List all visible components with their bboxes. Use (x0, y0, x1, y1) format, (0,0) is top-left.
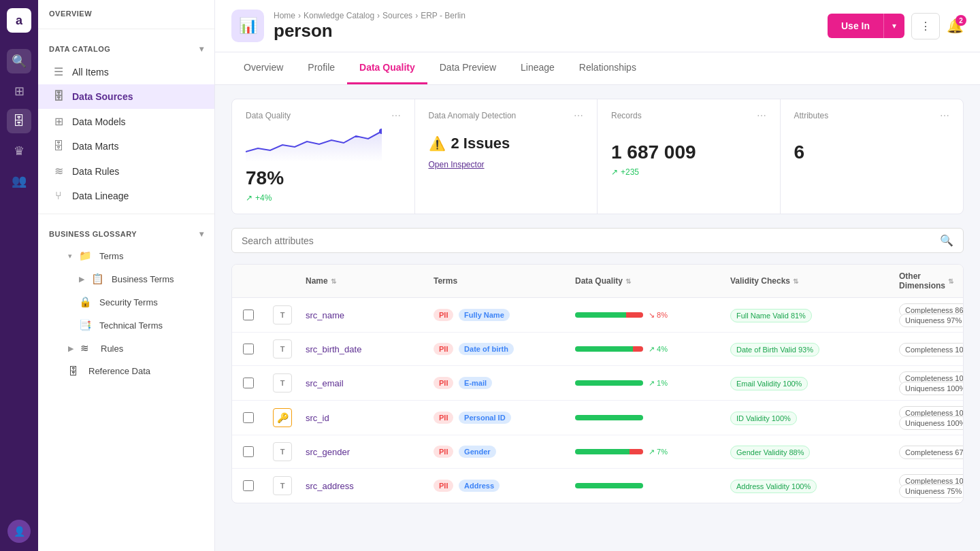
pii-tag-src-email: PII (434, 377, 453, 389)
header-name-col[interactable]: Name ⇅ (306, 276, 428, 286)
table-header: Name ⇅ Terms Data Quality ⇅ Validity Che… (232, 265, 963, 298)
sidebar-item-data-marts[interactable]: 🗄 Data Marts (38, 134, 214, 158)
type-icon-src-address: T (273, 476, 292, 495)
metric-more-dq[interactable]: ⋯ (391, 110, 401, 121)
field-name-src-name[interactable]: src_name (306, 310, 428, 320)
data-catalog-label: DATA CATALOG (49, 45, 110, 53)
metric-card-records: Records ⋯ 1 687 009 ↗ +235 (598, 99, 781, 214)
field-name-src-email[interactable]: src_email (306, 378, 428, 388)
notifications-button[interactable]: 🔔 2 (947, 18, 964, 34)
row-checkbox-src-name[interactable] (243, 310, 254, 320)
sidebar-item-technical-terms[interactable]: 📑 Technical Terms (38, 314, 214, 337)
field-name-src-birth-date[interactable]: src_birth_date (306, 344, 428, 354)
nav-users-icon[interactable]: 👥 (7, 169, 31, 193)
breadcrumb-erp-berlin[interactable]: ERP - Berlin (421, 11, 466, 20)
security-terms-icon: 🔒 (79, 296, 93, 308)
sidebar-item-data-models[interactable]: ⊞ Data Models (38, 109, 214, 134)
metric-card-attributes: Attributes ⋯ 6 (781, 99, 964, 214)
sidebar-item-reference-data[interactable]: 🗄 Reference Data (38, 360, 214, 382)
header-quality-col[interactable]: Data Quality ⇅ (575, 276, 725, 286)
metric-title-attrs: Attributes (794, 111, 829, 120)
tab-data-quality[interactable]: Data Quality (347, 52, 427, 84)
dim-uniqueness-src-name: Uniqueness 97% (899, 314, 964, 327)
icon-bar: a 🔍 ⊞ 🗄 ♛ 👥 👤 (0, 0, 38, 551)
nav-crown-icon[interactable]: ♛ (7, 139, 31, 163)
terms-expand-icon[interactable]: ▾ (68, 252, 72, 261)
dim-uniqueness-src-address: Uniqueness 75% (899, 484, 964, 498)
business-terms-expand-icon[interactable]: ▶ (79, 275, 84, 284)
use-in-button[interactable]: Use In (828, 14, 883, 38)
field-name-src-address[interactable]: src_address (306, 481, 428, 491)
sidebar-item-terms[interactable]: ▾ 📁 Terms (38, 244, 214, 267)
sidebar-item-security-terms[interactable]: 🔒 Security Terms (38, 290, 214, 314)
metric-more-records[interactable]: ⋯ (757, 110, 766, 121)
business-glossary-chevron-icon[interactable]: ▾ (199, 229, 204, 239)
sidebar-data-catalog-header[interactable]: DATA CATALOG ▾ (38, 35, 214, 59)
dims-col-src-id: Completeness 100% Uniqueness 100% (899, 407, 964, 428)
tab-profile[interactable]: Profile (295, 52, 347, 84)
nav-overview-icon[interactable]: ⊞ (7, 79, 31, 103)
anomaly-count: 2 Issues (451, 135, 510, 152)
field-name-src-gender[interactable]: src_gender (306, 447, 428, 457)
metric-card-anomaly: Data Anomaly Detection ⋯ ⚠️ 2 Issues Ope… (415, 99, 598, 214)
search-input[interactable] (242, 235, 933, 246)
validity-sort-icon: ⇅ (793, 278, 798, 285)
validity-tag-src-email: Email Validity 100% (730, 377, 808, 390)
tab-data-preview[interactable]: Data Preview (427, 52, 508, 84)
pii-tag-src-name: PII (434, 309, 453, 321)
breadcrumb-sources[interactable]: Sources (382, 11, 412, 20)
trend-value-records: +235 (621, 167, 639, 177)
quality-col-src-gender: ↗ 7% (575, 448, 725, 456)
metric-more-attrs[interactable]: ⋯ (940, 110, 949, 121)
more-options-button[interactable]: ⋮ (911, 13, 940, 39)
validity-col-src-email: Email Validity 100% (730, 378, 894, 388)
header-right: Use In ▾ ⋮ 🔔 2 (828, 13, 964, 39)
data-models-icon: ⊞ (52, 115, 65, 128)
sidebar-item-data-rules[interactable]: ≋ Data Rules (38, 158, 214, 184)
validity-tag-src-name: Full Name Valid 81% (730, 309, 812, 322)
table-row: T src_gender PII Gender ↗ 7% Gender Vali… (232, 435, 963, 469)
user-avatar[interactable]: 👤 (7, 520, 31, 543)
trend-up-icon-dq: ↗ (246, 193, 252, 203)
metric-more-anomaly[interactable]: ⋯ (574, 110, 583, 121)
row-checkbox-src-gender[interactable] (243, 446, 254, 457)
sidebar-business-glossary-header[interactable]: BUSINESS GLOSSARY ▾ (38, 220, 214, 244)
anomaly-issues: ⚠️ 2 Issues (429, 135, 584, 152)
row-checkbox-src-address[interactable] (243, 480, 254, 491)
breadcrumb-home[interactable]: Home (274, 11, 295, 20)
breadcrumb-konwledge-catalog[interactable]: Konwledge Catalog (304, 11, 374, 20)
quality-bar-green-src-address (575, 483, 643, 488)
row-checkbox-src-id[interactable] (243, 412, 254, 423)
sidebar-item-all-items[interactable]: ☰ All Items (38, 59, 214, 84)
open-inspector-link[interactable]: Open Inspector (429, 158, 584, 170)
validity-tag-src-gender: Gender Validity 88% (730, 446, 810, 459)
use-in-chevron-button[interactable]: ▾ (883, 14, 904, 38)
nav-search-icon[interactable]: 🔍 (7, 49, 31, 73)
rules-expand-icon[interactable]: ▶ (68, 344, 74, 353)
header-validity-col[interactable]: Validity Checks ⇅ (730, 276, 894, 286)
quality-bar-src-address (575, 483, 643, 488)
sidebar-item-data-lineage[interactable]: ⑂ Data Lineage (38, 184, 214, 208)
quality-col-src-address (575, 483, 725, 488)
validity-col-src-gender: Gender Validity 88% (730, 447, 894, 457)
sidebar-item-data-sources[interactable]: 🗄 Data Sources (38, 84, 214, 109)
header-dims-col[interactable]: Other Dimensions ⇅ (899, 271, 953, 290)
sidebar-item-rules[interactable]: ▶ ≋ Rules (38, 337, 214, 360)
field-name-src-id[interactable]: src_id (306, 413, 428, 423)
tab-lineage[interactable]: Lineage (508, 52, 567, 84)
data-catalog-chevron-icon[interactable]: ▾ (199, 44, 204, 54)
row-checkbox-src-birth-date[interactable] (243, 344, 254, 354)
nav-catalog-icon[interactable]: 🗄 (7, 109, 31, 133)
tab-relationships[interactable]: Relationships (567, 52, 649, 84)
row-checkbox-src-email[interactable] (243, 378, 254, 388)
sidebar-item-business-terms[interactable]: ▶ 📋 Business Terms (38, 267, 214, 290)
reference-data-label: Reference Data (88, 366, 150, 376)
quality-col-src-id (575, 415, 725, 420)
table-row: T src_name PII Fully Name ↘ 8% Full Name… (232, 298, 963, 333)
breadcrumb-sep-1: › (298, 11, 301, 20)
tab-overview[interactable]: Overview (231, 52, 295, 84)
sidebar: OVERVIEW DATA CATALOG ▾ ☰ All Items 🗄 Da… (38, 0, 215, 551)
open-inspector-text[interactable]: Open Inspector (429, 160, 485, 169)
quality-bar-green-src-name (575, 312, 626, 318)
dim-completeness-src-gender: Completeness 67% (899, 446, 964, 459)
